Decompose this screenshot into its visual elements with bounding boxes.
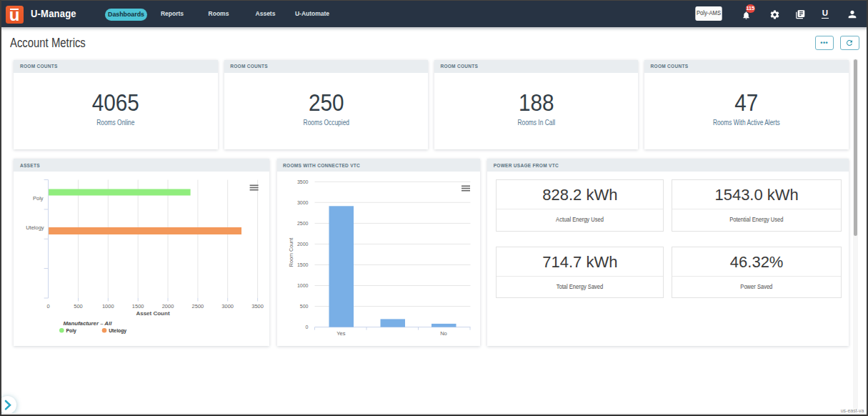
svg-text:1000: 1000 [296, 283, 308, 288]
svg-text:1500: 1500 [132, 303, 144, 309]
svg-text:2000: 2000 [162, 303, 174, 309]
svg-text:Yes: Yes [336, 330, 345, 337]
svg-text:3000: 3000 [222, 303, 234, 309]
svg-text:Utelogy: Utelogy [26, 224, 45, 231]
svg-text:0: 0 [47, 303, 50, 309]
svg-text:0: 0 [305, 325, 308, 330]
svg-text:500: 500 [299, 304, 308, 309]
svg-text:2000: 2000 [296, 242, 308, 247]
svg-text:Room Count: Room Count [287, 238, 294, 267]
svg-text:500: 500 [74, 303, 84, 309]
svg-text:Poly: Poly [66, 328, 77, 334]
svg-text:3500: 3500 [296, 179, 308, 184]
svg-text:2500: 2500 [192, 303, 204, 309]
svg-text:1000: 1000 [102, 303, 114, 309]
svg-text:1500: 1500 [296, 262, 308, 267]
svg-text:Poly: Poly [33, 195, 44, 202]
svg-text:3500: 3500 [252, 303, 264, 309]
svg-text:Manufacturer – All: Manufacturer – All [64, 320, 113, 327]
svg-text:No: No [440, 330, 447, 337]
svg-text:Utelogy: Utelogy [109, 328, 127, 334]
svg-text:Asset Count: Asset Count [136, 310, 170, 317]
svg-text:3000: 3000 [296, 200, 308, 205]
svg-text:2500: 2500 [296, 221, 308, 226]
